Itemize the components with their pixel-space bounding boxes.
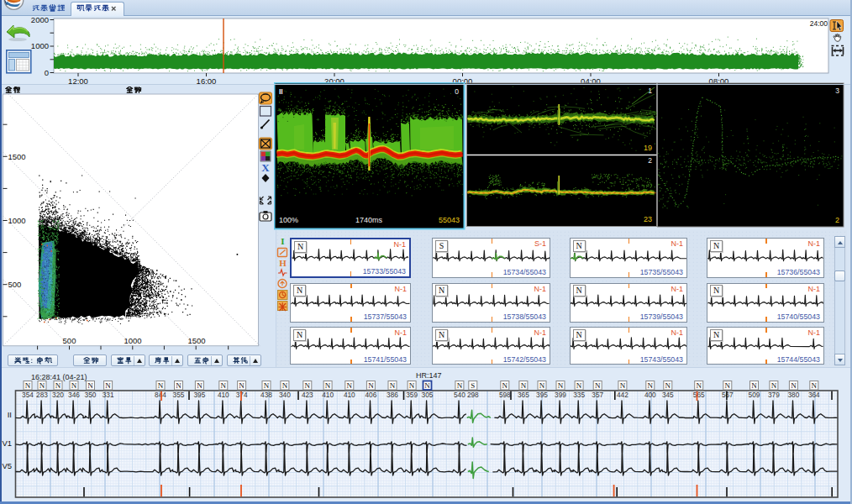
svg-text:N: N bbox=[197, 381, 202, 390]
svg-text:0: 0 bbox=[45, 68, 49, 77]
svg-text:355: 355 bbox=[173, 391, 185, 399]
svg-text:N: N bbox=[325, 381, 331, 390]
svg-text:335: 335 bbox=[573, 391, 585, 399]
svg-text:N: N bbox=[55, 381, 61, 390]
svg-text:340: 340 bbox=[279, 391, 291, 399]
svg-text:N: N bbox=[25, 381, 31, 390]
svg-text:24:00: 24:00 bbox=[810, 19, 828, 28]
svg-text:N: N bbox=[105, 381, 111, 390]
svg-text:II: II bbox=[8, 410, 12, 419]
svg-text:N: N bbox=[502, 381, 508, 390]
svg-text:N: N bbox=[648, 381, 654, 390]
svg-text:1000: 1000 bbox=[124, 336, 141, 345]
svg-text:2000: 2000 bbox=[31, 15, 49, 24]
svg-text:509: 509 bbox=[749, 391, 760, 399]
svg-text:500: 500 bbox=[63, 336, 76, 345]
svg-text:N: N bbox=[521, 381, 527, 390]
svg-text:364: 364 bbox=[808, 391, 820, 399]
svg-text:1500: 1500 bbox=[8, 152, 26, 161]
svg-text:423: 423 bbox=[302, 391, 313, 399]
svg-text:354: 354 bbox=[22, 391, 34, 399]
svg-text:X: X bbox=[261, 161, 270, 174]
svg-text:N: N bbox=[558, 381, 564, 390]
svg-text:0: 0 bbox=[455, 87, 459, 96]
svg-text:399: 399 bbox=[555, 391, 566, 399]
svg-text:N: N bbox=[595, 381, 601, 390]
svg-text:N: N bbox=[539, 381, 545, 390]
svg-text:S: S bbox=[471, 381, 475, 390]
svg-text:N: N bbox=[368, 381, 374, 390]
svg-text:N: N bbox=[576, 381, 582, 390]
svg-text:N: N bbox=[221, 381, 227, 390]
svg-text:V1: V1 bbox=[2, 438, 12, 448]
svg-text:442: 442 bbox=[617, 391, 628, 399]
svg-text:N: N bbox=[696, 381, 702, 390]
svg-text:350: 350 bbox=[85, 391, 97, 399]
svg-text:N: N bbox=[771, 381, 777, 390]
svg-text:N: N bbox=[424, 381, 430, 390]
svg-text:N: N bbox=[87, 381, 93, 390]
svg-text:283: 283 bbox=[36, 391, 48, 399]
svg-text:365: 365 bbox=[518, 391, 529, 399]
svg-text:N: N bbox=[409, 381, 415, 390]
svg-text:331: 331 bbox=[103, 391, 114, 399]
svg-text:N: N bbox=[812, 381, 818, 390]
svg-text:320: 320 bbox=[52, 391, 64, 399]
svg-text:19: 19 bbox=[644, 144, 652, 152]
svg-text:359: 359 bbox=[406, 391, 418, 399]
svg-text:379: 379 bbox=[768, 391, 780, 399]
svg-text:1000: 1000 bbox=[31, 41, 49, 50]
svg-text:500: 500 bbox=[8, 280, 22, 289]
svg-text:386: 386 bbox=[387, 391, 398, 399]
svg-text:380: 380 bbox=[787, 391, 799, 399]
svg-text:I: I bbox=[281, 236, 284, 246]
svg-text:410: 410 bbox=[344, 391, 355, 399]
svg-text:598: 598 bbox=[499, 391, 511, 399]
svg-text:406: 406 bbox=[365, 391, 376, 399]
svg-text:410: 410 bbox=[218, 391, 229, 399]
svg-text:1500: 1500 bbox=[187, 336, 205, 345]
svg-text:438: 438 bbox=[260, 391, 272, 399]
svg-text:N: N bbox=[390, 381, 396, 390]
svg-text:N: N bbox=[725, 381, 731, 390]
svg-text:2: 2 bbox=[835, 216, 839, 224]
svg-text:N: N bbox=[158, 381, 164, 390]
svg-text:N: N bbox=[620, 381, 626, 390]
svg-text:N: N bbox=[751, 381, 757, 390]
svg-text:H: H bbox=[279, 258, 287, 268]
svg-text:N: N bbox=[239, 381, 245, 390]
svg-text:N: N bbox=[176, 381, 181, 390]
svg-text:100%: 100% bbox=[279, 216, 298, 224]
svg-text:N: N bbox=[791, 381, 797, 390]
svg-text:N: N bbox=[457, 381, 463, 390]
svg-text:345: 345 bbox=[662, 391, 674, 399]
svg-text:N: N bbox=[71, 381, 77, 390]
svg-text:565: 565 bbox=[693, 391, 705, 399]
svg-text:N: N bbox=[305, 381, 311, 390]
svg-text:395: 395 bbox=[193, 391, 205, 399]
svg-text:346: 346 bbox=[68, 391, 80, 399]
svg-text:N: N bbox=[665, 381, 671, 390]
svg-text:2: 2 bbox=[648, 156, 652, 165]
svg-text:N: N bbox=[264, 381, 270, 390]
svg-text:1740ms: 1740ms bbox=[355, 216, 383, 224]
svg-text:23: 23 bbox=[644, 215, 652, 223]
svg-text:55043: 55043 bbox=[439, 216, 460, 224]
svg-text:3: 3 bbox=[835, 87, 839, 95]
svg-text:410: 410 bbox=[322, 391, 334, 399]
svg-text:305: 305 bbox=[422, 391, 434, 399]
svg-text:540: 540 bbox=[454, 391, 465, 399]
svg-text:395: 395 bbox=[536, 391, 548, 399]
svg-text:357: 357 bbox=[592, 391, 603, 399]
svg-text:298: 298 bbox=[467, 391, 479, 399]
svg-text:II: II bbox=[279, 87, 283, 96]
svg-text:1: 1 bbox=[648, 87, 652, 95]
svg-text:N: N bbox=[282, 381, 288, 390]
svg-text:N: N bbox=[39, 381, 45, 390]
svg-text:N: N bbox=[347, 381, 353, 390]
svg-text:400: 400 bbox=[644, 391, 656, 399]
svg-text:1000: 1000 bbox=[8, 216, 26, 225]
svg-text:567: 567 bbox=[722, 391, 734, 399]
svg-text:V5: V5 bbox=[2, 461, 12, 470]
